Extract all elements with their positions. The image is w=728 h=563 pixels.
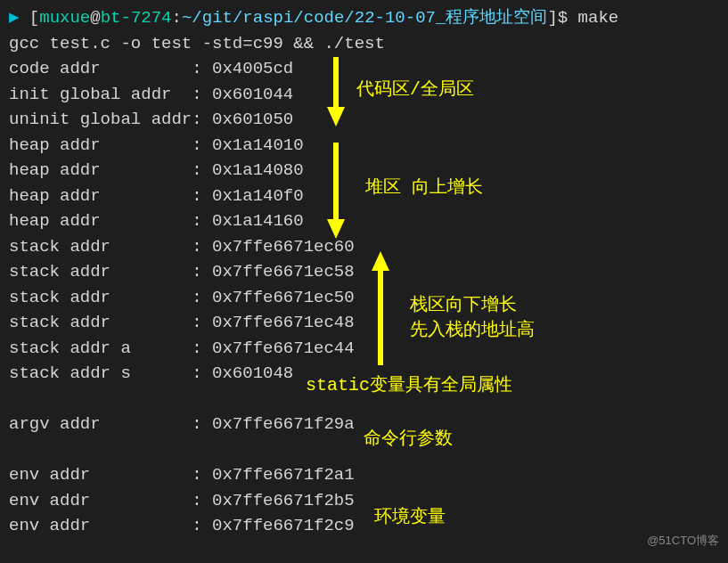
row-label: stack addr: [9, 288, 192, 307]
row-value: 0x7ffe6671f2b5: [212, 491, 355, 510]
prompt-host: bt-7274: [101, 8, 172, 28]
row-sep: :: [192, 313, 212, 332]
row-label: heap addr: [9, 135, 192, 155]
prompt-colon: :: [172, 8, 182, 28]
output-row: stack addr a : 0x7ffe6671ec44: [9, 336, 719, 362]
row-value: 0x1a14080: [212, 160, 304, 180]
prompt-path-en: ~/git/raspi/code/22-10-07_: [182, 8, 446, 28]
output-row: heap addr : 0x1a14080: [9, 158, 719, 184]
annotation-stack-line1: 栈区向下增长: [410, 292, 517, 319]
annotation-code-global: 代码区/全局区: [356, 77, 474, 103]
row-value: 0x7ffe6671ec60: [212, 237, 355, 257]
row-label: env addr: [9, 491, 192, 510]
row-value: 0x7ffe6671f2c9: [212, 516, 355, 535]
prompt-line[interactable]: ▶ [muxue@bt-7274:~/git/raspi/code/22-10-…: [9, 5, 719, 31]
row-label: heap addr: [9, 160, 192, 180]
row-value: 0x1a14160: [212, 211, 304, 231]
row-label: heap addr: [9, 211, 192, 231]
command-text: make: [568, 8, 618, 28]
row-label: code addr: [9, 59, 192, 78]
row-sep: :: [192, 135, 212, 155]
row-value: 0x7ffe6671ec44: [212, 339, 355, 358]
prompt-path-cn: 程序地址空间: [446, 8, 547, 28]
row-value: 0x7ffe6671f2a1: [212, 465, 355, 485]
svg-marker-4: [372, 251, 389, 271]
row-label: stack addr: [9, 313, 192, 332]
svg-marker-1: [327, 107, 345, 126]
row-sep: :: [192, 186, 212, 206]
prompt-arrow-icon: ▶: [9, 8, 19, 28]
output-row: stack addr : 0x7ffe6671ec50: [9, 285, 719, 311]
row-value: 0x601048: [212, 363, 293, 383]
output-row: heap addr : 0x1a140f0: [9, 184, 719, 209]
prompt-user: muxue: [39, 8, 90, 28]
row-sep: :: [192, 237, 212, 257]
output-row: stack addr : 0x7ffe6671ec60: [9, 234, 719, 260]
row-label: env addr: [9, 516, 192, 535]
row-sep: :: [192, 414, 212, 434]
annotation-argv: 命令行参数: [364, 426, 453, 453]
row-sep: :: [192, 262, 212, 282]
row-sep: :: [192, 288, 212, 307]
row-label: uninit global addr: [9, 110, 192, 129]
output-row: heap addr : 0x1a14010: [9, 133, 719, 159]
output-rows: code addr : 0x4005cdinit global addr : 0…: [9, 56, 719, 539]
output-row: stack addr : 0x7ffe6671ec58: [9, 259, 719, 285]
row-label: init global addr: [9, 85, 192, 104]
row-label: stack addr a: [9, 339, 192, 358]
row-label: stack addr s: [9, 363, 192, 383]
row-sep: :: [192, 465, 212, 485]
row-sep: :: [192, 85, 212, 104]
row-value: 0x7ffe6671f29a: [212, 414, 355, 434]
arrow-heap-icon: [325, 143, 347, 239]
output-row: stack addr : 0x7ffe6671ec48: [9, 310, 719, 336]
annotation-heap: 堆区 向上增长: [365, 175, 483, 201]
arrow-code-global-icon: [325, 57, 347, 126]
row-value: 0x601044: [212, 85, 293, 104]
prompt-close-bracket: ]$: [547, 8, 568, 28]
annotation-stack-line2: 先入栈的地址高: [410, 317, 535, 344]
annotation-env: 环境变量: [374, 504, 446, 531]
row-value: 0x1a140f0: [212, 186, 304, 206]
row-sep: :: [192, 59, 212, 78]
row-label: stack addr: [9, 262, 192, 282]
row-value: 0x7ffe6671ec50: [212, 288, 355, 307]
output-row: uninit global addr: 0x601050: [9, 107, 719, 133]
row-label: env addr: [9, 465, 192, 485]
output-row: env addr : 0x7ffe6671f2b5: [9, 488, 719, 514]
svg-marker-3: [327, 219, 345, 239]
output-row: env addr : 0x7ffe6671f2a1: [9, 462, 719, 488]
row-sep: :: [192, 363, 212, 383]
row-sep: :: [192, 516, 212, 535]
row-sep: :: [192, 491, 212, 510]
output-row: env addr : 0x7ffe6671f2c9: [9, 513, 719, 539]
row-sep: :: [192, 160, 212, 180]
row-value: 0x601050: [212, 110, 293, 129]
row-value: 0x4005cd: [212, 59, 293, 78]
prompt-at: @: [90, 8, 100, 28]
annotation-static: static变量具有全局属性: [306, 372, 512, 399]
compile-output: gcc test.c -o test -std=c99 && ./test: [9, 31, 719, 57]
arrow-stack-icon: [370, 251, 391, 365]
watermark: @51CTO博客: [647, 532, 719, 550]
row-label: argv addr: [9, 414, 192, 434]
row-value: 0x7ffe6671ec58: [212, 262, 355, 282]
row-label: heap addr: [9, 186, 192, 206]
row-value: 0x1a14010: [212, 135, 304, 155]
row-sep: :: [192, 211, 212, 231]
row-label: stack addr: [9, 237, 192, 257]
prompt-open-bracket: [: [29, 8, 39, 28]
row-sep: :: [192, 339, 212, 358]
output-row: heap addr : 0x1a14160: [9, 208, 719, 234]
row-value: 0x7ffe6671ec48: [212, 313, 355, 332]
row-sep: :: [192, 110, 212, 129]
